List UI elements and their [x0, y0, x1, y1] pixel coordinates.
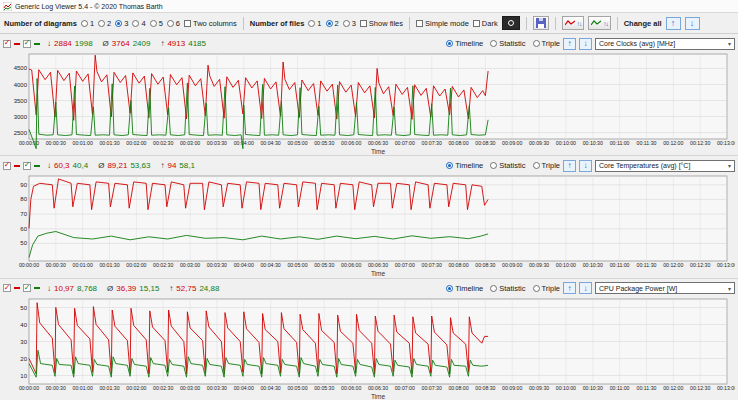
svg-text:50: 50	[20, 304, 27, 310]
radio-icon	[533, 162, 540, 169]
window-title: Generic Log Viewer 5.4 - © 2020 Thomas B…	[15, 3, 163, 10]
change-all-label: Change all	[624, 19, 662, 28]
min-icon: ↓	[47, 284, 51, 293]
statistic-radio[interactable]: Statistic	[490, 161, 525, 170]
check-icon: ✓	[24, 39, 31, 47]
view-mode-group: Timeline Statistic Triple	[446, 284, 560, 293]
swap-arrows-icon: ↑↓	[577, 20, 582, 27]
metric-dropdown[interactable]: Core Clocks (avg) [MHz]▾	[595, 38, 735, 50]
up-arrow-icon: ↑	[568, 39, 572, 48]
svg-text:00:11:30: 00:11:30	[637, 263, 657, 269]
up-arrow-icon: ↑	[671, 18, 676, 28]
file1-visible-checkbox[interactable]: ✓	[3, 40, 11, 48]
diagram-count-radio-2[interactable]: 2	[98, 19, 111, 28]
triple-radio[interactable]: Triple	[533, 161, 560, 170]
timeline-radio[interactable]: Timeline	[446, 284, 483, 293]
statistic-radio[interactable]: Statistic	[490, 284, 525, 293]
change-all-down-button[interactable]: ↓	[685, 17, 700, 30]
svg-text:Time: Time	[371, 270, 386, 277]
check-icon: ✓	[24, 284, 31, 292]
max-green-value: 24,88	[199, 284, 219, 293]
file-count-radio-2[interactable]: 2	[326, 19, 339, 28]
move-metric-up-button[interactable]: ↑	[563, 38, 576, 50]
svg-text:2500: 2500	[14, 130, 28, 136]
metric-dropdown[interactable]: CPU Package Power [W]▾	[595, 282, 735, 294]
radio-label: Timeline	[455, 161, 483, 170]
file1-line-settings-button[interactable]: ↑↓	[562, 16, 585, 30]
panel-header: ✓ ✓ ↓ 2884 1998 Ø 3764 2409 ↑ 4913 4185 …	[3, 36, 735, 51]
red-line-icon	[565, 20, 575, 27]
svg-text:10: 10	[20, 372, 27, 378]
up-arrow-icon: ↑	[568, 284, 572, 293]
avg-red-value: 36,39	[116, 284, 136, 293]
diagram-count-radio-5[interactable]: 5	[150, 19, 163, 28]
move-metric-down-button[interactable]: ↓	[579, 38, 592, 50]
simple-mode-checkbox[interactable]: Simple mode	[416, 19, 469, 28]
radio-icon-selected	[446, 40, 453, 47]
file1-legend-line	[14, 165, 20, 167]
screenshot-button[interactable]	[502, 16, 520, 30]
diagram-count-radio-6[interactable]: 6	[167, 19, 180, 28]
svg-text:00:02:30: 00:02:30	[153, 140, 173, 146]
move-metric-down-button[interactable]: ↓	[579, 282, 592, 294]
max-icon: ↑	[160, 39, 164, 48]
svg-text:00:00:00: 00:00:00	[19, 385, 39, 391]
file2-visible-checkbox[interactable]: ✓	[23, 40, 31, 48]
file2-visible-checkbox[interactable]: ✓	[23, 162, 31, 170]
file-count-radio-3[interactable]: 3	[343, 19, 356, 28]
svg-text:00:04:00: 00:04:00	[234, 140, 254, 146]
svg-text:00:09:00: 00:09:00	[502, 140, 522, 146]
svg-text:40: 40	[20, 321, 27, 327]
timeline-radio[interactable]: Timeline	[446, 39, 483, 48]
svg-text:00:05:30: 00:05:30	[314, 263, 334, 269]
svg-text:00:10:00: 00:10:00	[556, 140, 576, 146]
metric-dropdown[interactable]: Core Temperatures (avg) [°C]▾	[595, 160, 735, 172]
show-files-checkbox[interactable]: Show files	[360, 19, 403, 28]
file1-visible-checkbox[interactable]: ✓	[3, 162, 11, 170]
triple-radio[interactable]: Triple	[533, 284, 560, 293]
radio-label: Triple	[542, 161, 560, 170]
file1-legend-line	[14, 43, 20, 45]
move-metric-down-button[interactable]: ↓	[579, 160, 592, 172]
dark-mode-checkbox[interactable]: Dark	[473, 19, 498, 28]
radio-icon	[308, 20, 315, 27]
svg-text:00:05:00: 00:05:00	[287, 140, 307, 146]
radio-icon	[343, 20, 350, 27]
core-temperatures-chart: 00:00:0000:00:3000:01:0000:01:3000:02:00…	[3, 173, 735, 277]
save-button[interactable]	[533, 16, 549, 30]
statistic-radio[interactable]: Statistic	[490, 39, 525, 48]
file2-line-settings-button[interactable]: ↑↓	[588, 16, 611, 30]
file-count-radio-1[interactable]: 1	[308, 19, 321, 28]
panel-cpu-package-power: ✓ ✓ ↓ 10,97 8,768 Ø 36,39 15,15 ↑ 52,75 …	[0, 278, 738, 400]
max-green-value: 4185	[188, 39, 206, 48]
two-columns-checkbox[interactable]: Two columns	[184, 19, 237, 28]
green-line-icon	[591, 20, 601, 27]
file2-visible-checkbox[interactable]: ✓	[23, 284, 31, 292]
diagram-count-radio-1[interactable]: 1	[81, 19, 94, 28]
radio-icon-selected	[446, 285, 453, 292]
timeline-radio[interactable]: Timeline	[446, 161, 483, 170]
max-red-value: 4913	[167, 39, 185, 48]
triple-radio[interactable]: Triple	[533, 39, 560, 48]
checkbox-icon	[473, 20, 480, 27]
svg-text:00:07:30: 00:07:30	[422, 263, 442, 269]
file2-legend-line	[34, 43, 40, 45]
diagram-count-radio-3[interactable]: 3	[115, 19, 128, 28]
min-icon: ↓	[47, 39, 51, 48]
check-icon: ✓	[4, 161, 11, 169]
change-all-up-button[interactable]: ↑	[666, 17, 681, 30]
svg-text:00:03:00: 00:03:00	[180, 385, 200, 391]
svg-text:00:04:30: 00:04:30	[260, 263, 280, 269]
move-metric-up-button[interactable]: ↑	[563, 160, 576, 172]
file1-visible-checkbox[interactable]: ✓	[3, 284, 11, 292]
avg-green-value: 53,63	[130, 161, 150, 170]
radio-label: 1	[317, 19, 321, 28]
svg-text:00:04:00: 00:04:00	[234, 385, 254, 391]
check-icon: ✓	[24, 161, 31, 169]
svg-text:00:07:00: 00:07:00	[395, 140, 415, 146]
svg-text:00:12:00: 00:12:00	[663, 140, 683, 146]
move-metric-up-button[interactable]: ↑	[563, 282, 576, 294]
svg-text:80: 80	[20, 197, 27, 203]
min-red-value: 10,97	[54, 284, 74, 293]
diagram-count-radio-4[interactable]: 4	[132, 19, 145, 28]
